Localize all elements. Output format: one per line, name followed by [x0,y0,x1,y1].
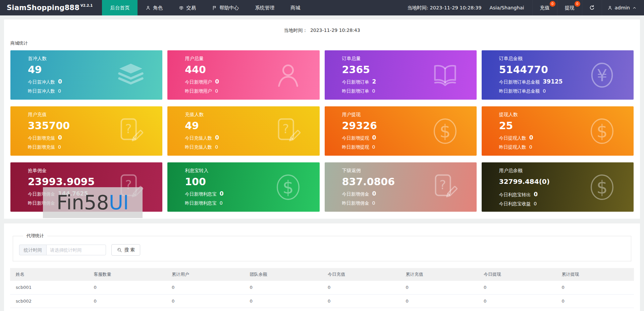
panel-local-time: 当地时间： 2023-11-29 10:28:43 [4,19,640,34]
stat-card-withdraw-users: 提现人数25今日提现人数0昨日提现人数0$ [482,106,634,156]
doc-question-icon: ? [430,172,460,202]
table-cell: 0 [166,294,244,308]
yen-icon: ¥ [587,60,617,90]
stat-card-today-label: 今日新增订单总金额 [499,79,540,85]
section-title: 商城统计 [10,40,640,46]
table-row: sc0030000000 [10,308,634,311]
refresh-button[interactable] [582,0,602,15]
stat-card-today-label: 今日新增订单 [342,79,369,85]
nav-item-trade[interactable]: 交易 [171,0,204,15]
table-cell: sc003 [10,308,88,311]
column-header: 今日提现 [478,268,556,281]
table-cell: 0 [400,281,478,294]
svg-text:?: ? [439,177,446,192]
dollar-icon: $ [587,116,617,146]
stat-card-today-label: 今日首冲人数 [28,79,55,85]
withdraw-link[interactable]: 提现 0 [557,0,582,15]
table-row: scb0020000000 [10,294,634,308]
stat-card-user-recharge: 用户充值335700今日新增充值0昨日新增充值0? [10,106,162,156]
stat-card-yesterday-value: 0 [372,144,375,150]
local-time-block: 当地时间: 2023-11-29 10:28:39 Asia/Shanghai [399,0,532,15]
table-cell: scb001 [10,281,88,294]
stat-card-today-value: 0 [529,134,533,141]
column-header: 团队余额 [244,268,322,281]
stat-card-first-charge-users: 首冲人数49今日首冲人数0昨日首冲人数0 [10,50,162,100]
stat-card-yesterday-label: 昨日新增充值 [28,144,55,150]
withdraw-label: 提现 [565,5,575,11]
stat-card-yesterday-label: 昨日新增订单总金额 [499,88,540,94]
stat-card-today-value: 0 [220,190,224,197]
stat-card-yesterday-label: 昨日新增订单 [342,88,369,94]
search-icon [117,247,122,253]
table-cell: 0 [88,281,166,294]
table-cell: 0 [400,308,478,311]
table-cell: 0 [322,308,400,311]
stat-card-today-label: 今日利息宝转出 [499,192,531,198]
table-body: scb0010000000scb0020000000sc0030000000 [10,281,634,311]
stat-card-today-label: 今日充值人数 [185,135,212,141]
svg-text:$: $ [596,121,608,141]
stat-card-yesterday-value: 0 [529,144,532,150]
nav-item-roles[interactable]: 角色 [138,0,171,15]
stat-card-today-value: 0 [58,78,62,85]
admin-menu[interactable]: admin [602,0,644,15]
nav-item-label: 帮助中心 [219,5,239,11]
person-icon [146,5,151,10]
table-row: scb0010000000 [10,281,634,294]
table-cell: 0 [166,281,244,294]
nav-item-home[interactable]: 后台首页 [102,0,138,15]
stat-card-yesterday-value: 0 [372,88,375,94]
table-cell: 0 [478,294,556,308]
stat-card-today-label: 今日新增用户 [185,79,212,85]
dollar-icon: $ [273,172,303,202]
flag-icon [212,5,217,10]
user-icon [273,60,303,90]
watermark: Fin58UI [43,187,143,218]
stat-card-today-value: 2 [372,78,376,85]
table-cell: scb002 [10,294,88,308]
stat-card-today-label: 今日提现人数 [499,135,526,141]
recharge-badge: 0 [550,1,555,7]
nav-menu: 后台首页角色交易帮助中心系统管理商城 [102,0,308,15]
stat-card-yesterday-value: 0 [215,144,218,150]
person-icon [607,5,612,10]
chevron-up-icon [632,6,637,10]
doc-question-icon: ? [116,116,146,146]
column-header: 今日充值 [322,268,400,281]
svg-text:$: $ [282,177,294,197]
stat-card-yesterday-value: 0 [543,88,546,94]
agent-fieldset: 代理统计 统计时间 搜 索 [13,233,631,261]
local-time-text: 当地时间: 2023-11-29 10:28:39 [407,5,482,11]
table-cell: 0 [166,308,244,311]
stat-card-order-total-amount: 订单总金额5144770今日新增订单总金额39125昨日新增订单总金额0¥ [482,50,634,100]
nav-item-mall[interactable]: 商城 [282,0,308,15]
layers-icon [116,60,146,90]
svg-text:¥: ¥ [597,66,607,85]
nav-item-system[interactable]: 系统管理 [247,0,282,15]
withdraw-badge: 0 [575,1,580,7]
stat-card-interest-transfer-in: 利息宝转入100今日新增利息宝0昨日新增利息宝0$ [167,162,319,212]
stat-time-input[interactable] [46,245,106,255]
nav-bar: SiamShopping888 V2.2.1 后台首页角色交易帮助中心系统管理商… [0,0,644,15]
stat-card-yesterday-label: 今日利息宝收益 [499,201,531,207]
brand-logo: SiamShopping888 V2.2.1 [0,0,102,15]
stat-card-total-users: 用户总量440今日新增用户0昨日新增用户0 [167,50,319,100]
stat-card-today-value: 0 [372,190,376,197]
agent-filter-row: 统计时间 搜 索 [19,244,626,256]
nav-item-help[interactable]: 帮助中心 [204,0,247,15]
watermark-text-dark: Fin58 [57,193,109,212]
nav-right: 当地时间: 2023-11-29 10:28:39 Asia/Shanghai … [399,0,644,15]
stat-time-label: 统计时间 [19,245,46,255]
table-cell: 0 [556,281,634,294]
stat-card-recharge-users: 充值人数49今日充值人数0昨日充值人数0? [167,106,319,156]
stat-card-today-value: 39125 [543,78,562,85]
dollar-icon: $ [430,116,460,146]
stat-card-today-label: 今日新增充值 [28,135,55,141]
svg-text:?: ? [282,121,289,136]
watermark-text-blue: UI [109,193,129,212]
stat-card-yesterday-label: 昨日首冲人数 [28,88,55,94]
table-cell: 0 [322,294,400,308]
recharge-link[interactable]: 充值 0 [532,0,557,15]
search-button[interactable]: 搜 索 [111,244,140,256]
stat-card-yesterday-label: 昨日新增利息宝 [185,200,217,206]
